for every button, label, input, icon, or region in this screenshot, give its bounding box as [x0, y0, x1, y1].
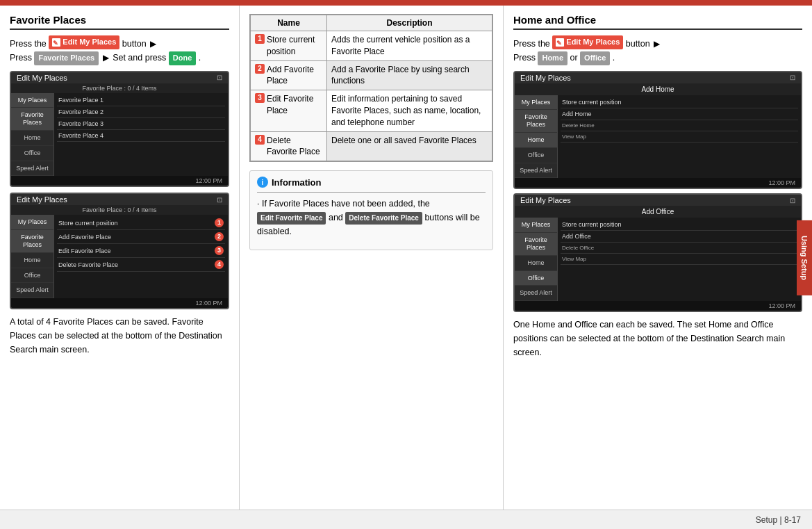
table-row: 1Store current position Adds the current… [251, 31, 492, 61]
screen1-main: Favorite Place 1 Favorite Place 2 Favori… [54, 93, 228, 177]
screen-home-body: My Places Favorite Places Home Office Sp… [515, 95, 801, 179]
so-item-3: Delete Office [561, 243, 798, 254]
so-home: Home [515, 256, 557, 271]
screen1-counter: Favorite Place : 0 / 4 Items [11, 83, 228, 93]
edit-icon-right [556, 38, 564, 47]
screen2-header: Edit My Places ⊡ [11, 194, 228, 205]
sh-fav: Favorite Places [515, 110, 557, 133]
info-icon: i [257, 177, 268, 188]
edit-fav-btn[interactable]: Edit Favorite Place [257, 212, 326, 225]
right-column: Home and Office Press the Edit My Places… [504, 6, 812, 510]
so-office: Office [515, 271, 557, 286]
delete-fav-btn[interactable]: Delete Favorite Place [345, 212, 422, 225]
home-button[interactable]: Home [538, 51, 567, 65]
screen2-counter: Favorite Place : 0 / 4 Items [11, 205, 228, 215]
edit-my-places-button-right[interactable]: Edit My Places [552, 35, 623, 49]
middle-column: Name Description 1Store current position… [240, 6, 504, 510]
top-bar [0, 0, 812, 6]
screen2-icon: ⊡ [217, 196, 222, 204]
right-section-title: Home and Office [513, 14, 802, 30]
right-summary: One Home and Office can each be saved. T… [513, 318, 802, 359]
screen-home-icon: ⊡ [790, 74, 795, 81]
sh-my-places: My Places [515, 95, 557, 111]
screen-home-sidebar: My Places Favorite Places Home Office Sp… [515, 95, 558, 179]
feature-table: Name Description 1Store current position… [249, 14, 493, 162]
row4-name: 4Delete Favorite Place [251, 131, 327, 161]
right-prose: Press the Edit My Places button ▶ Press … [513, 35, 802, 65]
s2-list-item-2: Add Favorite Place2 [57, 230, 225, 244]
favorite-places-button[interactable]: Favorite Places [34, 51, 99, 65]
s2-list-item-1: Store current position1 [57, 216, 225, 230]
s2-list-item-4: Delete Favorite Place4 [57, 258, 225, 272]
screen1-footer: 12:00 PM [11, 176, 228, 186]
sh-item-1: Store current position [561, 97, 798, 108]
list-item-2: Favorite Place 2 [57, 106, 225, 118]
information-box: i Information · If Favorite Places have … [249, 170, 493, 250]
screen-office-mockup: Edit My Places ⊡ Add Office My Places Fa… [513, 193, 802, 312]
sh-item-3: Delete Home [561, 120, 798, 131]
screen-home-title: Add Home [515, 83, 801, 95]
so-my-places: My Places [515, 218, 557, 233]
info-title: i Information [257, 177, 486, 188]
row2-desc: Add a Favorite Place by using search fun… [327, 60, 492, 90]
so-item-4: View Map [561, 254, 798, 265]
screen2-footer: 12:00 PM [11, 298, 228, 308]
so-speed: Speed Alert [515, 286, 557, 301]
screen-office-main: Store current position Add Office Delete… [558, 218, 801, 301]
edit-my-places-button-left[interactable]: Edit My Places [49, 35, 119, 49]
so-item-2: Add Office [561, 231, 798, 243]
screen-home-header: Edit My Places ⊡ [515, 72, 801, 83]
left-column: Favorite Places Press the Edit My Places… [0, 6, 240, 510]
table: Name Description 1Store current position… [250, 15, 492, 161]
s2-my-places: My Places [11, 215, 53, 230]
table-row: 2Add Favorite Place Add a Favorite Place… [251, 60, 492, 90]
row4-desc: Delete one or all saved Favorite Places [327, 131, 492, 161]
screen-office-footer: 12:00 PM [515, 301, 801, 311]
sh-speed: Speed Alert [515, 163, 557, 179]
sh-item-4: View Map [561, 131, 798, 143]
row3-desc: Edit information pertaining to saved Fav… [327, 90, 492, 131]
screen-home-main: Store current position Add Home Delete H… [558, 95, 801, 179]
info-content: · If Favorite Places have not been added… [257, 197, 486, 238]
screen-office-sidebar: My Places Favorite Places Home Office Sp… [515, 218, 558, 301]
screen-office-header: Edit My Places ⊡ [515, 195, 801, 206]
left-summary: A total of 4 Favorite Places can be save… [10, 315, 229, 357]
s2-home: Home [11, 253, 53, 268]
col-desc-header: Description [327, 15, 492, 31]
footer-bar: Setup | 8-17 [0, 510, 812, 529]
row1-desc: Adds the current vehicle position as a F… [327, 31, 492, 61]
screen-home-footer: 12:00 PM [515, 178, 801, 188]
screen1-icon: ⊡ [217, 74, 222, 81]
so-fav: Favorite Places [515, 233, 557, 256]
page-number: Setup | 8-17 [756, 515, 801, 525]
s2-list-item-3: Edit Favorite Place3 [57, 244, 225, 258]
so-item-1: Store current position [561, 219, 798, 231]
using-setup-tab: Using Setup [797, 220, 812, 295]
edit-icon [52, 38, 60, 47]
screen2-sidebar: My Places Favorite Places Home Office Sp… [11, 215, 54, 298]
sidebar-speed-alert: Speed Alert [11, 161, 53, 177]
s2-speed-alert: Speed Alert [11, 283, 53, 298]
sidebar-my-places: My Places [11, 93, 53, 108]
sidebar-favorite-places: Favorite Places [11, 108, 53, 131]
screen2-body: My Places Favorite Places Home Office Sp… [11, 215, 228, 298]
office-button[interactable]: Office [580, 51, 610, 65]
col-name-header: Name [251, 15, 327, 31]
screen-office-body: My Places Favorite Places Home Office Sp… [515, 218, 801, 301]
list-item-4: Favorite Place 4 [57, 130, 225, 142]
row1-name: 1Store current position [251, 31, 327, 61]
done-button[interactable]: Done [169, 51, 197, 65]
sh-office: Office [515, 148, 557, 163]
list-item-3: Favorite Place 3 [57, 118, 225, 130]
row3-name: 3Edit Favorite Place [251, 90, 327, 131]
screen1-sidebar: My Places Favorite Places Home Office Sp… [11, 93, 54, 177]
screen-office-title: Add Office [515, 206, 801, 218]
screen2-mockup: Edit My Places ⊡ Favorite Place : 0 / 4 … [10, 193, 229, 309]
sh-home: Home [515, 133, 557, 148]
left-section-title: Favorite Places [10, 14, 229, 30]
s2-fav-places: Favorite Places [11, 230, 53, 253]
list-item-1: Favorite Place 1 [57, 95, 225, 106]
screen1-mockup: Edit My Places ⊡ Favorite Place : 0 / 4 … [10, 71, 229, 188]
sh-item-2: Add Home [561, 108, 798, 120]
left-prose1: Press the Edit My Places button ▶ Press … [10, 35, 229, 65]
